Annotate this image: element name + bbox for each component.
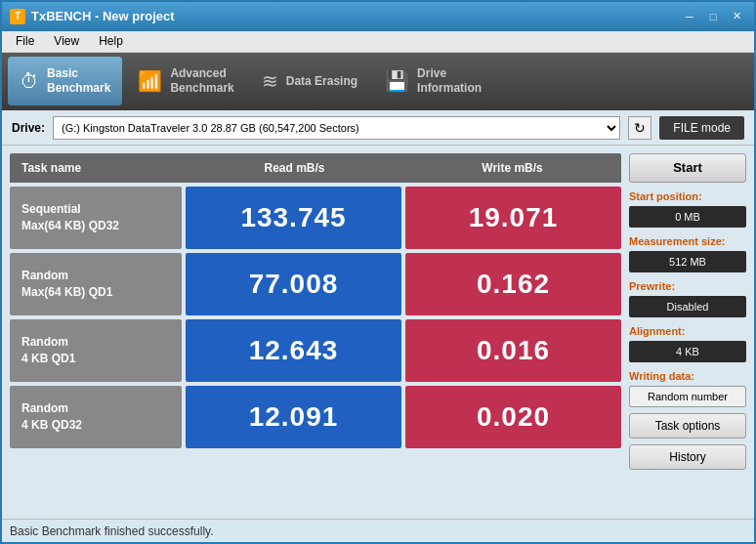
maximize-button[interactable]: □ <box>703 8 723 25</box>
menu-file[interactable]: File <box>8 32 42 50</box>
drive-select[interactable]: (G:) Kingston DataTraveler 3.0 28.87 GB … <box>53 116 620 140</box>
drive-label: Drive: <box>12 121 45 135</box>
title-bar: T TxBENCH - New project ─ □ ✕ <box>2 2 754 31</box>
measurement-size-label: Measurement size: <box>629 235 746 247</box>
table-row: Random 4 KB QD1 12.643 0.016 <box>10 319 621 382</box>
tab-basic-line1: Basic <box>47 66 110 82</box>
start-position-label: Start position: <box>629 190 746 202</box>
tab-advanced-line2: Benchmark <box>170 81 233 97</box>
row-3-label2: 4 KB QD32 <box>21 417 182 434</box>
status-message: Basic Benchmark finished successfully. <box>10 524 214 538</box>
row-1-label2: Max(64 KB) QD1 <box>21 284 182 301</box>
benchmark-area: Task name Read mB/s Write mB/s Sequentia… <box>10 153 621 511</box>
header-write: Write mB/s <box>403 161 621 175</box>
app-icon: T <box>10 9 25 24</box>
table-row: Sequential Max(64 KB) QD32 133.745 19.07… <box>10 187 621 249</box>
row-0-label2: Max(64 KB) QD32 <box>21 218 182 234</box>
row-1-read: 77.008 <box>186 253 401 315</box>
tab-basic-line2: Benchmark <box>47 81 110 97</box>
measurement-size-value[interactable]: 512 MB <box>629 251 746 272</box>
header-read: Read mB/s <box>186 161 403 175</box>
header-task-name: Task name <box>10 161 186 175</box>
writing-data-value[interactable]: Random number <box>629 386 746 407</box>
row-0-read: 133.745 <box>186 187 401 249</box>
writing-data-label: Writing data: <box>629 370 746 382</box>
window-title: TxBENCH - New project <box>31 9 175 23</box>
start-position-value[interactable]: 0 MB <box>629 206 746 228</box>
tab-advanced-benchmark[interactable]: 📶 Advanced Benchmark <box>126 57 245 105</box>
tab-basic-benchmark[interactable]: ⏱ Basic Benchmark <box>8 57 122 105</box>
menu-view[interactable]: View <box>46 32 87 50</box>
row-2-label1: Random <box>21 334 182 351</box>
data-erasing-icon: ≋ <box>262 69 278 93</box>
row-3-write: 0.020 <box>405 386 621 448</box>
tab-advanced-line1: Advanced <box>170 66 233 82</box>
menu-bar: File View Help <box>2 31 754 53</box>
history-button[interactable]: History <box>629 444 746 470</box>
close-button[interactable]: ✕ <box>727 8 746 25</box>
tab-drive-line1: Drive <box>417 66 482 82</box>
table-header: Task name Read mB/s Write mB/s <box>10 153 621 183</box>
row-0-write: 19.071 <box>405 187 621 249</box>
drive-bar: Drive: (G:) Kingston DataTraveler 3.0 28… <box>2 110 754 146</box>
right-panel: Start Start position: 0 MB Measurement s… <box>629 153 746 511</box>
prewrite-value[interactable]: Disabled <box>629 296 746 317</box>
row-1-label: Random Max(64 KB) QD1 <box>10 253 182 315</box>
row-1-label1: Random <box>21 268 182 284</box>
table-row: Random 4 KB QD32 12.091 0.020 <box>10 386 621 448</box>
row-2-read: 12.643 <box>186 319 401 382</box>
row-1-write: 0.162 <box>405 253 621 315</box>
status-bar: Basic Benchmark finished successfully. <box>2 519 754 542</box>
row-0-label1: Sequential <box>21 201 182 218</box>
file-mode-button[interactable]: FILE mode <box>659 116 744 140</box>
row-3-label: Random 4 KB QD32 <box>10 386 182 448</box>
row-0-label: Sequential Max(64 KB) QD32 <box>10 187 182 249</box>
basic-benchmark-icon: ⏱ <box>20 70 39 93</box>
row-2-label2: 4 KB QD1 <box>21 351 182 367</box>
row-2-label: Random 4 KB QD1 <box>10 319 182 382</box>
refresh-button[interactable]: ↻ <box>628 116 651 140</box>
drive-information-icon: 💾 <box>385 69 409 93</box>
tab-erasing-line1: Data Erasing <box>286 74 357 90</box>
advanced-benchmark-icon: 📶 <box>138 69 162 93</box>
alignment-value[interactable]: 4 KB <box>629 341 746 362</box>
task-options-button[interactable]: Task options <box>629 413 746 439</box>
row-3-read: 12.091 <box>186 386 401 448</box>
main-content: Task name Read mB/s Write mB/s Sequentia… <box>2 146 754 519</box>
tab-drive-information[interactable]: 💾 Drive Information <box>373 57 493 105</box>
tab-data-erasing[interactable]: ≋ Data Erasing <box>250 57 369 105</box>
start-button[interactable]: Start <box>629 153 746 183</box>
menu-help[interactable]: Help <box>91 32 131 50</box>
row-2-write: 0.016 <box>405 319 621 382</box>
row-3-label1: Random <box>21 400 182 417</box>
prewrite-label: Prewrite: <box>629 280 746 292</box>
toolbar: ⏱ Basic Benchmark 📶 Advanced Benchmark ≋… <box>2 53 754 111</box>
table-row: Random Max(64 KB) QD1 77.008 0.162 <box>10 253 621 315</box>
tab-drive-line2: Information <box>417 81 482 97</box>
benchmark-rows: Sequential Max(64 KB) QD32 133.745 19.07… <box>10 187 621 448</box>
alignment-label: Alignment: <box>629 325 746 337</box>
minimize-button[interactable]: ─ <box>680 8 699 25</box>
